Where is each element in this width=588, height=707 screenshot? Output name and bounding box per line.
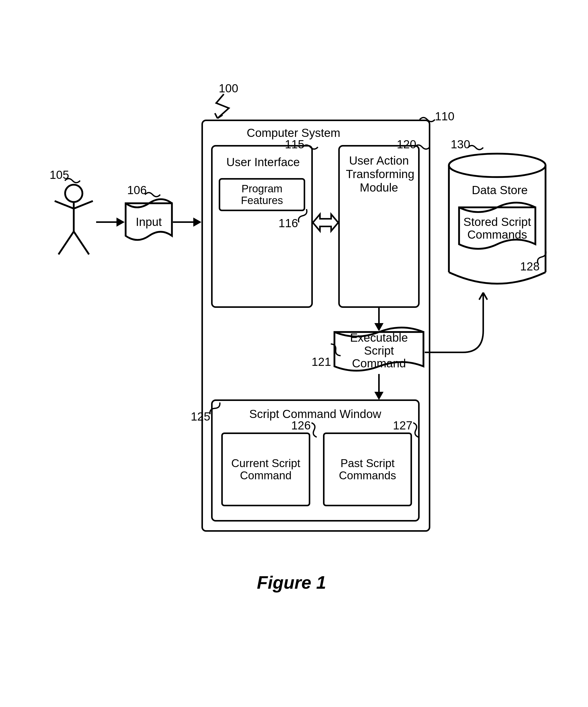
ref-program-features: 116 [278,216,298,230]
current-script-cmd-box: Current ScriptCommand [221,433,310,506]
program-features-box: Program Features [219,178,305,211]
ref-overall: 100 [219,81,238,95]
data-store-label: Data Store [472,183,528,197]
ref-overall-zigzag [209,94,239,120]
arrow-exec-to-window [378,374,380,392]
current-script-cmd-label: Current ScriptCommand [231,457,300,482]
stored-script-cmds-label: Stored ScriptCommands [458,215,537,241]
arrowhead-exec-to-window [374,392,383,400]
past-script-cmds-box: Past ScriptCommands [323,433,412,506]
svg-line-5 [74,232,89,255]
user-icon [51,183,97,260]
figure-title: Figure 1 [257,572,326,593]
ref-past-script-cmds: 127 [393,418,413,432]
svg-point-6 [449,154,546,177]
ref-data-store: 130 [451,137,470,151]
ref-exec-script: 121 [312,355,331,369]
svg-line-4 [59,232,74,255]
ref-current-script-cmd: 126 [291,418,311,432]
figure-canvas: 100 105 Input 106 Computer System 110 Us… [0,0,588,707]
past-script-cmds-label: Past ScriptCommands [339,457,396,482]
program-features-label: Program Features [220,183,304,206]
ref-computer-system: 110 [435,109,454,123]
exec-script-label: Executable ScriptCommand [333,331,425,370]
ref-transforming-module: 120 [397,137,416,151]
input-label: Input [125,215,173,229]
bi-arrow-ui-module [313,211,338,234]
ref-user-interface: 115 [285,137,304,151]
stored-script-cmds-doc: Stored ScriptCommands [458,206,537,253]
arrow-exec-to-datastore [425,285,493,356]
arrow-module-to-exec [378,308,380,323]
arrow-user-to-input [96,221,116,223]
transforming-module-label: User ActionTransformingModule [346,154,412,194]
ref-input: 106 [127,183,147,197]
svg-point-0 [65,185,82,202]
arrow-input-to-system [173,221,193,223]
input-doc: Input [125,202,173,243]
exec-script-doc: Executable ScriptCommand [333,331,425,374]
ref-script-cmd-window: 125 [191,410,210,423]
user-interface-label: User Interface [227,155,300,169]
arrowhead-user-to-input [116,217,125,227]
script-cmd-window-label: Script Command Window [249,407,381,421]
arrowhead-input-to-system [193,217,201,227]
